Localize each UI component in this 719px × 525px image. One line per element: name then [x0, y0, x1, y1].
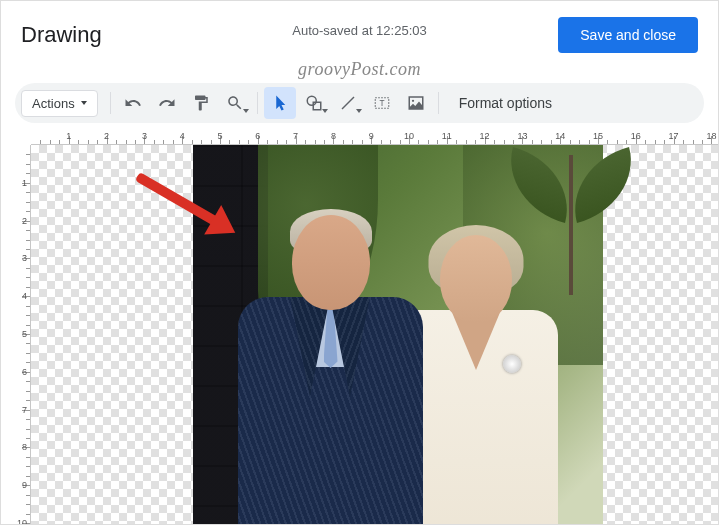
caret-down-icon: [243, 109, 249, 113]
svg-point-6: [412, 100, 414, 102]
actions-menu-button[interactable]: Actions: [21, 90, 98, 117]
svg-text:T: T: [379, 99, 384, 108]
horizontal-ruler[interactable]: 123456789101112131415161718: [31, 129, 718, 145]
paint-roller-icon: [192, 94, 210, 112]
vertical-ruler[interactable]: 12345678910: [15, 145, 31, 525]
undo-icon: [124, 94, 142, 112]
undo-button[interactable]: [117, 87, 149, 119]
dialog-header: Drawing Auto-saved at 12:25:03 Save and …: [1, 1, 718, 65]
text-box-icon: T: [373, 94, 391, 112]
actions-label: Actions: [32, 96, 75, 111]
drawing-toolbar: Actions T Format options: [15, 83, 704, 123]
drawing-canvas[interactable]: [31, 145, 718, 525]
ruler-area: 123456789101112131415161718 12345678910: [15, 129, 718, 525]
paint-format-button[interactable]: [185, 87, 217, 119]
format-options-button[interactable]: Format options: [445, 89, 566, 117]
zoom-icon: [226, 94, 244, 112]
insert-image-button[interactable]: [400, 87, 432, 119]
dialog-title: Drawing: [21, 22, 102, 48]
inserted-image[interactable]: [193, 145, 603, 525]
autosave-status: Auto-saved at 12:25:03: [292, 23, 426, 38]
toolbar-separator: [110, 92, 111, 114]
text-box-button[interactable]: T: [366, 87, 398, 119]
zoom-button[interactable]: [219, 87, 251, 119]
svg-rect-1: [313, 102, 321, 110]
redo-icon: [158, 94, 176, 112]
toolbar-separator: [257, 92, 258, 114]
line-icon: [339, 94, 357, 112]
svg-point-0: [307, 96, 316, 105]
select-tool-button[interactable]: [264, 87, 296, 119]
toolbar-separator: [438, 92, 439, 114]
svg-line-2: [342, 97, 354, 109]
watermark-text: groovyPost.com: [298, 59, 421, 80]
line-tool-button[interactable]: [332, 87, 364, 119]
save-and-close-button[interactable]: Save and close: [558, 17, 698, 53]
image-icon: [407, 94, 425, 112]
caret-down-icon: [81, 101, 87, 105]
shape-tool-button[interactable]: [298, 87, 330, 119]
caret-down-icon: [322, 109, 328, 113]
cursor-icon: [271, 94, 289, 112]
caret-down-icon: [356, 109, 362, 113]
redo-button[interactable]: [151, 87, 183, 119]
shape-icon: [305, 94, 323, 112]
